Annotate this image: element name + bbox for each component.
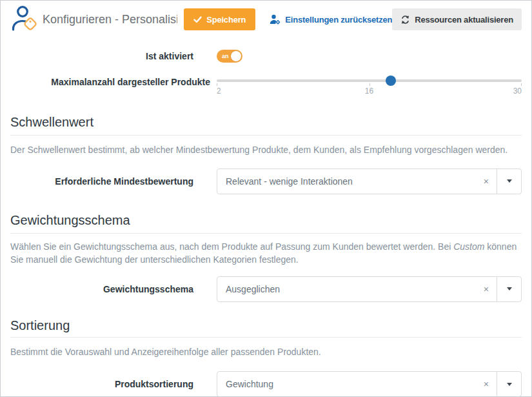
section-sorting-title: Sortierung [10, 318, 522, 333]
section-threshold-title: Schwellenwert [10, 114, 522, 130]
clear-icon[interactable]: × [476, 176, 497, 187]
config-page: Konfigurieren - Personalisierte... Speic… [0, 0, 532, 397]
section-weighting-title: Gewichtungsschema [10, 212, 522, 228]
slider-min-label: 2 [217, 87, 221, 96]
is-enabled-row: Ist aktiviert an [10, 50, 522, 63]
slider-tick-mid [369, 83, 370, 86]
max-products-slider[interactable]: 2 16 30 [217, 74, 522, 103]
refresh-icon [400, 15, 410, 25]
section-divider [10, 337, 522, 338]
section-sorting: Sortierung Bestimmt die Vorauswahl und A… [10, 318, 522, 397]
slider-max-label: 30 [513, 87, 522, 96]
product-sorting-value: Gewichtung [217, 379, 476, 389]
clear-icon[interactable]: × [476, 284, 497, 294]
section-weighting-description: Wählen Sie ein Gewichtungsschema aus, na… [10, 240, 522, 267]
slider-tick-min [217, 83, 217, 86]
min-rating-value: Relevant - wenige Interaktionen [217, 176, 476, 187]
product-sorting-select[interactable]: Gewichtung × [217, 371, 522, 397]
weighting-scheme-select[interactable]: Ausgeglichen × [217, 276, 522, 302]
save-button-label: Speichern [206, 15, 246, 25]
user-gear-icon [270, 14, 281, 25]
section-threshold: Schwellenwert Der Schwellenwert bestimmt… [10, 114, 522, 194]
save-button[interactable]: Speichern [184, 8, 255, 30]
caret-down-icon[interactable] [497, 287, 521, 290]
user-tag-icon [10, 5, 38, 34]
max-products-row: Maximalanzahl dargesteller Produkte 2 16… [10, 74, 522, 103]
min-rating-select[interactable]: Relevant - wenige Interaktionen × [217, 168, 522, 194]
weighting-scheme-value: Ausgeglichen [217, 284, 476, 294]
toggle-knob [231, 51, 241, 61]
reset-settings-button[interactable]: Einstellungen zurücksetzen [270, 14, 392, 25]
page-title: Konfigurieren - Personalisierte... [43, 13, 177, 26]
section-divider [10, 135, 522, 136]
min-rating-label: Erforderliche Mindestbewertung [10, 168, 217, 194]
reset-settings-label: Einstellungen zurücksetzen [285, 15, 392, 25]
max-products-label: Maximalanzahl dargesteller Produkte [10, 74, 217, 103]
section-sorting-description: Bestimmt die Vorauswahl und Anzeigereihe… [10, 345, 522, 359]
slider-handle[interactable] [386, 76, 396, 86]
slider-tick-max [521, 83, 522, 86]
clear-icon[interactable]: × [476, 379, 497, 389]
toggle-state-label: an [222, 53, 229, 59]
check-icon [193, 16, 202, 23]
is-enabled-label: Ist aktiviert [10, 50, 217, 63]
refresh-resources-label: Ressourcen aktualisieren [415, 15, 513, 25]
caret-down-icon[interactable] [497, 179, 521, 183]
section-threshold-description: Der Schwellenwert bestimmt, ab welcher M… [10, 143, 522, 157]
caret-down-icon[interactable] [497, 383, 521, 386]
weighting-scheme-label: Gewichtungsschema [10, 276, 217, 302]
slider-track[interactable] [217, 79, 522, 82]
refresh-resources-button[interactable]: Ressourcen aktualisieren [392, 8, 522, 30]
section-weighting: Gewichtungsschema Wählen Sie ein Gewicht… [10, 212, 522, 302]
is-enabled-toggle[interactable]: an [217, 50, 242, 63]
header-toolbar: Konfigurieren - Personalisierte... Speic… [10, 1, 522, 37]
slider-mid-label: 16 [365, 87, 373, 96]
product-sorting-label: Produktsortierung [10, 371, 217, 397]
section-divider [10, 233, 522, 234]
